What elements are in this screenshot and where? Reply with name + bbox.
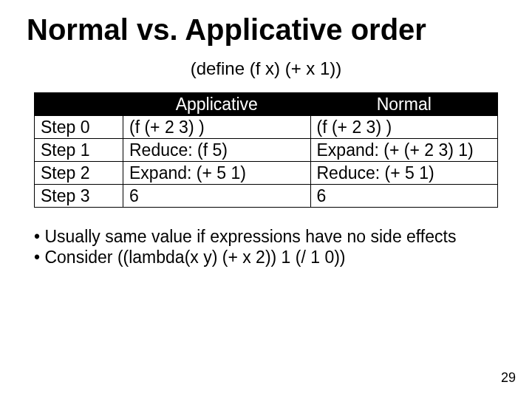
step-label: Step 3 <box>35 185 123 208</box>
comparison-table-wrap: Applicative Normal Step 0 (f (+ 2 3) ) (… <box>34 92 498 208</box>
definition-code: (define (f x) (+ x 1)) <box>0 58 532 79</box>
step-label: Step 0 <box>35 116 123 139</box>
table-row: Step 0 (f (+ 2 3) ) (f (+ 2 3) ) <box>35 116 498 139</box>
table-row: Step 2 Expand: (+ 5 1) Reduce: (+ 5 1) <box>35 162 498 185</box>
slide: Normal vs. Applicative order (define (f … <box>0 0 532 399</box>
table-row: Step 1 Reduce: (f 5) Expand: (+ (+ 2 3) … <box>35 139 498 162</box>
normal-cell: (f (+ 2 3) ) <box>310 116 498 139</box>
step-label: Step 1 <box>35 139 123 162</box>
bullet-list: • Usually same value if expressions have… <box>34 227 498 267</box>
normal-cell: Expand: (+ (+ 2 3) 1) <box>310 139 498 162</box>
normal-cell: 6 <box>310 185 498 208</box>
applicative-cell: Expand: (+ 5 1) <box>123 162 311 185</box>
applicative-cell: Reduce: (f 5) <box>123 139 311 162</box>
comparison-table: Applicative Normal Step 0 (f (+ 2 3) ) (… <box>34 92 498 208</box>
applicative-cell: (f (+ 2 3) ) <box>123 116 311 139</box>
table-row: Step 3 6 6 <box>35 185 498 208</box>
page-number: 29 <box>501 370 516 386</box>
page-title: Normal vs. Applicative order <box>0 0 532 50</box>
table-header-normal: Normal <box>310 93 498 116</box>
bullet-item: • Usually same value if expressions have… <box>34 227 498 248</box>
table-header-blank <box>35 93 123 116</box>
applicative-cell: 6 <box>123 185 311 208</box>
table-header-row: Applicative Normal <box>35 93 498 116</box>
step-label: Step 2 <box>35 162 123 185</box>
table-header-applicative: Applicative <box>123 93 311 116</box>
bullet-item: • Consider ((lambda(x y) (+ x 2)) 1 (/ 1… <box>34 248 498 268</box>
normal-cell: Reduce: (+ 5 1) <box>310 162 498 185</box>
